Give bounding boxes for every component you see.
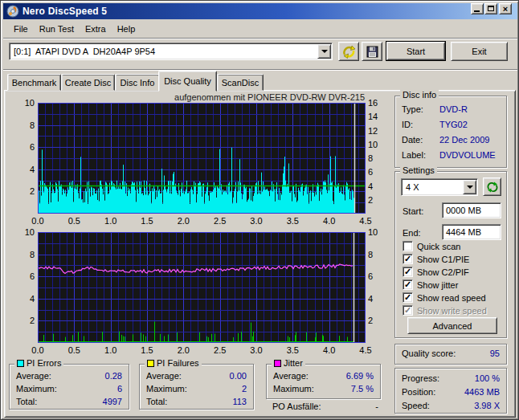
checkbox-icon: ✓ — [403, 254, 413, 264]
x-tick-label: 4.5 — [359, 345, 371, 355]
x-tick-label: 2.0 — [178, 216, 190, 226]
tab-scandisc[interactable]: ScanDisc — [217, 74, 264, 91]
x-tick-label: 3.5 — [287, 345, 299, 355]
position-value: 4463 MB — [464, 387, 500, 397]
checkbox-show-jitter[interactable]: ✓Show jitter — [403, 279, 458, 290]
y-tick-label: 10 — [368, 140, 387, 149]
menu-file[interactable]: File — [8, 22, 34, 35]
menu-run-test[interactable]: Run Test — [34, 22, 80, 35]
checkbox-show-c1-pie[interactable]: ✓Show C1/PIE — [403, 254, 469, 264]
end-position-field[interactable]: 4464 MB — [442, 224, 501, 240]
speed-value: 3.98 X — [474, 401, 500, 410]
checkbox-quick-scan[interactable]: Quick scan — [403, 241, 460, 251]
disc-date-value: 22 Dec 2009 — [439, 135, 489, 145]
y-tick-label: 6 — [368, 271, 387, 281]
eject-arrows-icon — [342, 45, 356, 59]
settings-title: Settings — [400, 165, 437, 175]
start-button-label: Start — [386, 42, 445, 60]
start-button[interactable]: Start — [386, 41, 446, 61]
y-tick-label: 10 — [368, 227, 387, 237]
checkbox-show-c2-pif[interactable]: ✓Show C2/PIF — [403, 267, 469, 277]
advanced-button[interactable]: Advanced — [407, 317, 497, 334]
avg-label: Average: — [273, 371, 309, 381]
menu-extra[interactable]: Extra — [80, 22, 112, 35]
progress-label: Progress: — [402, 373, 439, 383]
disc-id-label: ID: — [402, 120, 413, 129]
y-tick-label: 4 — [15, 165, 35, 174]
disc-date-label: Date: — [402, 135, 423, 145]
max-label: Maximum: — [273, 384, 314, 393]
x-tick-label: 1.0 — [104, 345, 116, 355]
checkbox-label: Quick scan — [417, 242, 460, 251]
menu-help[interactable]: Help — [112, 22, 141, 35]
pi-errors-legend: PI Errors — [14, 358, 63, 368]
max-label: Maximum: — [16, 384, 57, 393]
eject-button[interactable] — [338, 42, 359, 61]
checkbox-label: Show C2/PIF — [417, 267, 469, 277]
tab-benchmark[interactable]: Benchmark — [7, 74, 61, 91]
tab-create-disc[interactable]: Create Disc — [61, 74, 115, 91]
progress-box: Progress:100 % Position:4463 MB Speed:3.… — [394, 368, 507, 414]
y-tick-label: 4 — [15, 294, 35, 304]
maximize-button[interactable] — [484, 3, 497, 14]
quality-score-box: Quality score:95 — [394, 344, 507, 365]
y-tick-label: 2 — [368, 195, 387, 205]
x-tick-label: 0.5 — [68, 216, 80, 226]
chart2-x-axis: 0.00.51.01.52.02.53.03.54.04.5 — [38, 345, 366, 355]
chart2-right-axis: 108642 — [368, 232, 387, 353]
chart1-x-axis: 0.00.51.01.52.02.53.03.54.04.5 — [38, 216, 366, 226]
speed-selector-dropdown-button[interactable] — [463, 180, 476, 194]
quality-score-label: Quality score: — [402, 349, 456, 358]
pi-errors-title: PI Errors — [27, 358, 61, 368]
start-position-value: 0000 MB — [446, 206, 481, 215]
refresh-icon — [487, 181, 498, 193]
menu-separator — [3, 38, 517, 39]
y-tick-label: 8 — [368, 250, 387, 259]
drive-selector-dropdown-button[interactable] — [317, 44, 331, 59]
disc-type-value: DVD-R — [439, 104, 468, 114]
max-value: 6 — [117, 384, 122, 393]
start-position-field[interactable]: 0000 MB — [442, 202, 501, 218]
save-button[interactable] — [362, 42, 382, 61]
y-tick-label: 8 — [368, 153, 387, 163]
speed-label: Speed: — [402, 401, 430, 410]
app-window: Nero DiscSpeed 5 × File Run Test Extra H… — [0, 0, 519, 420]
y-tick-label: 2 — [368, 316, 387, 325]
x-tick-label: 1.5 — [141, 345, 153, 355]
quality-score-value: 95 — [490, 349, 500, 358]
y-tick-label: 6 — [15, 271, 35, 281]
tab-disc-info[interactable]: Disc Info — [115, 74, 160, 91]
speed-selector[interactable]: 4 X — [401, 178, 478, 196]
exit-button[interactable]: Exit — [451, 42, 508, 61]
y-tick-label: 10 — [15, 98, 35, 108]
pi-errors-color-swatch — [17, 360, 24, 367]
max-value: 2 — [242, 384, 247, 393]
drive-selector-value: [0:1] ATAPI DVD A DH20A4P 9P54 — [10, 47, 317, 56]
refresh-button[interactable] — [483, 177, 501, 196]
jitter-title: Jitter — [284, 358, 303, 368]
x-tick-label: 1.0 — [104, 216, 116, 226]
app-icon — [6, 5, 19, 18]
checkbox-show-write-speed: ✓Show write speed — [403, 305, 487, 316]
toolbar-separator — [3, 69, 517, 71]
floppy-disk-icon — [366, 46, 378, 58]
y-tick-label: 2 — [15, 316, 35, 325]
close-button[interactable]: × — [499, 3, 512, 14]
checkbox-label: Show write speed — [417, 306, 487, 316]
recorder-caption: aufgenommen mit PIONEER DVD-RW DVR-215 — [38, 92, 365, 102]
y-tick-label: 10 — [15, 227, 35, 237]
advanced-button-label: Advanced — [433, 321, 472, 331]
tab-disc-quality[interactable]: Disc Quality — [158, 71, 217, 92]
x-tick-label: 2.5 — [214, 216, 226, 226]
avg-value: 6.69 % — [346, 371, 374, 381]
pie-errors-chart — [38, 103, 366, 214]
checkbox-show-read-speed[interactable]: ✓Show read speed — [403, 292, 486, 303]
avg-value: 0.00 — [230, 371, 247, 381]
chart1-right-axis: 161412108642 — [368, 103, 387, 223]
y-tick-label: 8 — [15, 120, 35, 130]
max-value: 7.5 % — [351, 384, 374, 393]
drive-selector[interactable]: [0:1] ATAPI DVD A DH20A4P 9P54 — [9, 43, 333, 60]
minimize-icon — [474, 10, 480, 12]
minimize-button[interactable] — [471, 3, 484, 14]
x-tick-label: 4.0 — [323, 345, 335, 355]
